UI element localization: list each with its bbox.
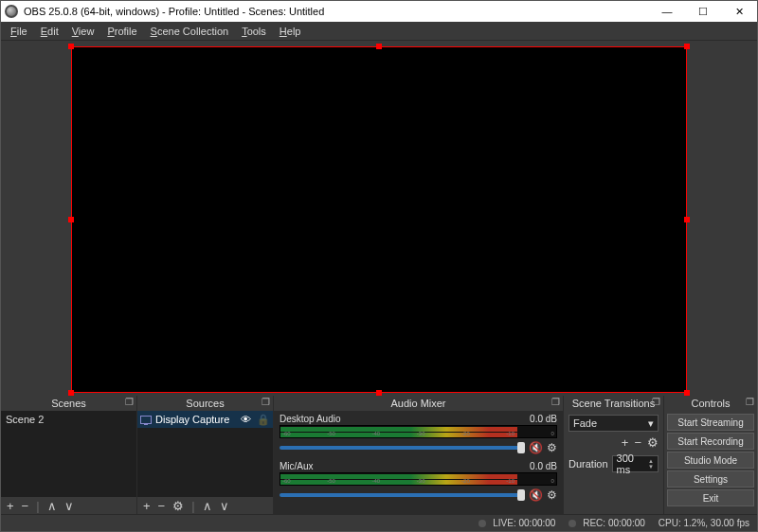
add-transition-button[interactable]: + bbox=[622, 435, 629, 450]
channel-settings-icon[interactable]: ⚙ bbox=[547, 488, 557, 502]
panel-title: Audio Mixer bbox=[390, 398, 445, 409]
window-close-button[interactable]: ✕ bbox=[721, 1, 757, 22]
resize-handle-icon[interactable] bbox=[68, 390, 74, 396]
start-recording-button[interactable]: Start Recording bbox=[667, 433, 754, 450]
channel-settings-icon[interactable]: ⚙ bbox=[547, 441, 557, 454]
resize-handle-icon[interactable] bbox=[376, 44, 382, 49]
popout-icon[interactable]: ❐ bbox=[652, 397, 660, 407]
menu-tools[interactable]: Tools bbox=[236, 24, 272, 39]
remove-scene-button[interactable]: − bbox=[22, 499, 29, 513]
resize-handle-icon[interactable] bbox=[684, 217, 690, 222]
scene-up-button[interactable]: ∧ bbox=[47, 499, 57, 513]
popout-icon[interactable]: ❐ bbox=[262, 397, 270, 407]
source-up-button[interactable]: ∧ bbox=[203, 499, 212, 513]
panel-title: Controls bbox=[692, 398, 731, 409]
source-bounding-box[interactable] bbox=[71, 46, 687, 393]
volume-slider[interactable] bbox=[280, 493, 525, 497]
add-source-button[interactable]: + bbox=[143, 499, 151, 513]
window-minimize-button[interactable]: — bbox=[649, 1, 685, 22]
transition-properties-button[interactable]: ⚙ bbox=[647, 435, 659, 450]
settings-button[interactable]: Settings bbox=[667, 470, 754, 488]
window-maximize-button[interactable]: ☐ bbox=[685, 1, 721, 22]
popout-icon[interactable]: ❐ bbox=[551, 397, 560, 407]
channel-name: Desktop Audio bbox=[280, 414, 341, 424]
rec-status: REC: 00:00:00 bbox=[568, 518, 644, 528]
chevron-down-icon: ▾ bbox=[648, 417, 654, 430]
mute-icon[interactable]: 🔇 bbox=[529, 488, 543, 502]
duration-input[interactable]: 300 ms ▲ ▼ bbox=[612, 455, 659, 472]
studio-mode-button[interactable]: Studio Mode bbox=[667, 452, 754, 469]
panel-title: Scene Transitions bbox=[572, 398, 655, 409]
scene-down-button[interactable]: ∨ bbox=[64, 499, 74, 513]
resize-handle-icon[interactable] bbox=[68, 44, 74, 49]
sources-toolbar: + − ⚙ | ∧ ∨ bbox=[137, 497, 273, 514]
display-capture-icon bbox=[140, 416, 152, 424]
duration-value: 300 ms bbox=[617, 452, 648, 475]
start-streaming-button[interactable]: Start Streaming bbox=[667, 414, 754, 431]
spin-down-icon[interactable]: ▼ bbox=[648, 464, 654, 470]
source-label: Display Capture bbox=[155, 414, 229, 425]
audio-mixer-panel: Audio Mixer ❐ Desktop Audio 0.0 dB -60-5… bbox=[274, 396, 564, 514]
menu-scene-collection[interactable]: Scene Collection bbox=[145, 24, 235, 39]
channel-name: Mic/Aux bbox=[280, 461, 314, 471]
panel-title: Sources bbox=[186, 398, 224, 409]
visibility-toggle-icon[interactable]: 👁 bbox=[241, 414, 251, 426]
resize-handle-icon[interactable] bbox=[684, 390, 690, 396]
preview-canvas[interactable] bbox=[71, 46, 687, 393]
vu-meter: -60-50-40-30-20-100 bbox=[280, 472, 557, 486]
source-properties-button[interactable]: ⚙ bbox=[172, 499, 184, 513]
rec-dot-icon bbox=[568, 520, 576, 527]
resize-handle-icon[interactable] bbox=[684, 44, 690, 49]
popout-icon[interactable]: ❐ bbox=[125, 397, 134, 407]
cpu-status: CPU: 1.2%, 30.00 fps bbox=[659, 518, 749, 528]
menu-edit[interactable]: Edit bbox=[35, 24, 64, 39]
app-logo-icon bbox=[5, 5, 18, 18]
live-status: LIVE: 00:00:00 bbox=[478, 518, 555, 528]
window-title: OBS 25.0.8 (64-bit, windows) - Profile: … bbox=[24, 6, 324, 17]
vu-meter: -60-50-40-30-20-100 bbox=[280, 425, 557, 438]
resize-handle-icon[interactable] bbox=[68, 217, 74, 222]
scenes-list[interactable]: Scene 2 bbox=[1, 411, 136, 497]
source-item[interactable]: Display Capture 👁 🔒 bbox=[137, 411, 273, 428]
transitions-panel: Scene Transitions ❐ Fade ▾ + − ⚙ Duratio… bbox=[564, 396, 664, 514]
panel-header: Audio Mixer ❐ bbox=[274, 396, 563, 411]
duration-label: Duration bbox=[568, 458, 608, 470]
exit-button[interactable]: Exit bbox=[667, 489, 754, 506]
mute-icon[interactable]: 🔇 bbox=[529, 441, 543, 454]
mixer-channel: Mic/Aux 0.0 dB -60-50-40-30-20-100 🔇 ⚙ bbox=[274, 458, 563, 505]
popout-icon[interactable]: ❐ bbox=[746, 397, 754, 407]
menu-view[interactable]: View bbox=[66, 24, 100, 39]
sources-panel: Sources ❐ Display Capture 👁 🔒 + bbox=[137, 396, 274, 514]
scenes-panel: Scenes ❐ Scene 2 + − | ∧ ∨ bbox=[1, 396, 137, 514]
transition-select[interactable]: Fade ▾ bbox=[568, 415, 659, 432]
preview-area[interactable] bbox=[1, 41, 757, 396]
sources-list[interactable]: Display Capture 👁 🔒 bbox=[137, 411, 273, 497]
panel-title: Scenes bbox=[51, 398, 86, 409]
channel-db: 0.0 dB bbox=[530, 414, 557, 424]
volume-slider[interactable] bbox=[280, 446, 525, 450]
menu-file[interactable]: File bbox=[5, 24, 33, 39]
menu-help[interactable]: Help bbox=[274, 24, 307, 39]
panel-header: Sources ❐ bbox=[137, 396, 273, 411]
resize-handle-icon[interactable] bbox=[376, 390, 382, 396]
panel-header: Controls ❐ bbox=[664, 396, 757, 411]
panel-header: Scenes ❐ bbox=[1, 396, 136, 411]
remove-source-button[interactable]: − bbox=[158, 499, 166, 513]
mixer-channel: Desktop Audio 0.0 dB -60-50-40-30-20-100… bbox=[274, 411, 563, 458]
titlebar: OBS 25.0.8 (64-bit, windows) - Profile: … bbox=[1, 1, 757, 22]
lock-toggle-icon[interactable]: 🔒 bbox=[257, 414, 270, 426]
scenes-toolbar: + − | ∧ ∨ bbox=[1, 497, 136, 514]
scene-item[interactable]: Scene 2 bbox=[1, 411, 136, 428]
transition-selected: Fade bbox=[573, 417, 597, 429]
controls-panel: Controls ❐ Start Streaming Start Recordi… bbox=[664, 396, 757, 514]
status-bar: LIVE: 00:00:00 REC: 00:00:00 CPU: 1.2%, … bbox=[1, 514, 757, 531]
panel-header: Scene Transitions ❐ bbox=[564, 396, 663, 411]
menu-profile[interactable]: Profile bbox=[101, 24, 142, 39]
source-down-button[interactable]: ∨ bbox=[220, 499, 229, 513]
channel-db: 0.0 dB bbox=[530, 461, 557, 471]
add-scene-button[interactable]: + bbox=[7, 499, 14, 513]
menubar: File Edit View Profile Scene Collection … bbox=[1, 22, 757, 41]
remove-transition-button[interactable]: − bbox=[634, 435, 641, 450]
live-dot-icon bbox=[478, 520, 486, 527]
